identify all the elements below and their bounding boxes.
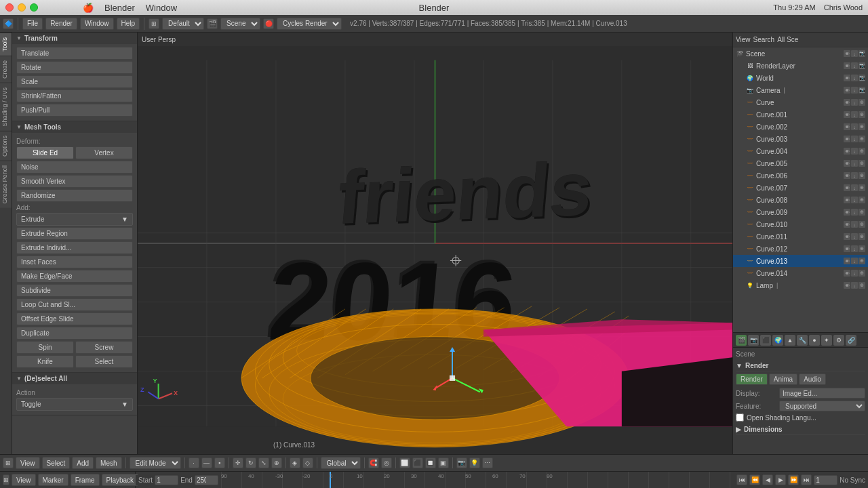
outliner-item-curve008[interactable]: 〰 Curve.008 👁 ↓ ⊕ (733, 194, 868, 206)
cam-c5[interactable]: ⊕ (859, 160, 865, 167)
cam-lamp[interactable]: ⊕ (859, 282, 865, 289)
arr-c2[interactable]: ↓ (851, 123, 858, 130)
arr-c5[interactable]: ↓ (851, 160, 858, 167)
arr-c1[interactable]: ↓ (851, 111, 858, 118)
eye-c10[interactable]: 👁 (844, 221, 850, 228)
arr-c8[interactable]: ↓ (851, 197, 858, 203)
scene-icon[interactable]: 🎬 (207, 18, 218, 29)
extrude-indiv-btn[interactable]: Extrude Individ... (16, 241, 133, 254)
face-select-icon[interactable]: ▪ (214, 458, 225, 468)
scene-3d[interactable]: friends friends friends 2016 2016 (138, 33, 732, 454)
window-menu-main[interactable]: Window (80, 18, 114, 30)
render-section-header[interactable]: ▼ Render (736, 360, 865, 371)
smooth-vertex-btn[interactable]: Smooth Vertex (16, 175, 133, 188)
play-icon[interactable]: ▶ (775, 474, 786, 485)
audio-tab-btn[interactable]: Audio (799, 373, 826, 385)
render-mode-icon1[interactable]: ⬜ (399, 458, 410, 468)
outliner-item-curve[interactable]: 〰 Curve 👁 ↓ ⊕ (733, 96, 868, 108)
view-icon[interactable]: ⊞ (149, 18, 159, 29)
arrow-icon-rl[interactable]: ↓ (851, 62, 858, 69)
extrude-region-btn[interactable]: Extrude Region (16, 227, 133, 240)
snap-icon[interactable]: 🧲 (368, 458, 379, 468)
loop-cut-btn[interactable]: Loop Cut and Sl... (16, 298, 133, 311)
cam-c8[interactable]: ⊕ (859, 197, 865, 203)
outliner-item-curve002[interactable]: 〰 Curve.002 👁 ↓ ⊕ (733, 121, 868, 133)
arr-c11[interactable]: ↓ (851, 233, 858, 240)
outliner-item-curve012[interactable]: 〰 Curve.012 👁 ↓ ⊕ (733, 243, 868, 255)
view-mode-select[interactable]: Default (162, 18, 204, 30)
transform-icon[interactable]: ⊕ (271, 458, 282, 468)
transform-header[interactable]: ▼ Transform (12, 33, 137, 44)
select-menu-btn[interactable]: Select (42, 457, 71, 469)
close-button[interactable] (5, 3, 14, 12)
outliner-item-curve004[interactable]: 〰 Curve.004 👁 ↓ ⊕ (733, 145, 868, 157)
render-prop-icon[interactable]: 📷 (748, 335, 759, 346)
grease-pencil-tab[interactable]: Grease Pencil (0, 161, 12, 208)
next-frame-icon[interactable]: ⏩ (788, 474, 799, 485)
eye-icon-world[interactable]: 👁 (844, 75, 850, 81)
minimize-button[interactable] (18, 3, 26, 12)
push-pull-btn[interactable]: Push/Pull (16, 104, 133, 117)
eye-icon-c0[interactable]: 👁 (844, 99, 850, 106)
material-prop-icon[interactable]: ● (809, 335, 820, 346)
cam-c3[interactable]: ⊕ (859, 136, 865, 142)
eye-c9[interactable]: 👁 (844, 209, 850, 216)
rotate-icon[interactable]: ↻ (245, 458, 256, 468)
timeline-view-btn[interactable]: View (12, 474, 36, 486)
extrude-dropdown-btn[interactable]: Extrude ▼ (16, 213, 133, 226)
cam-c7[interactable]: ⊕ (859, 184, 865, 191)
timeline-ruler[interactable]: 90 40 -30 -20 0 10 20 30 40 50 60 70 80 (221, 472, 734, 488)
outliner-item-curve009[interactable]: 〰 Curve.009 👁 ↓ ⊕ (733, 206, 868, 218)
arr-c6[interactable]: ↓ (851, 172, 858, 179)
eye-c8[interactable]: 👁 (844, 197, 850, 203)
jump-end-icon[interactable]: ⏭ (801, 474, 812, 485)
particle-prop-icon[interactable]: ✦ (821, 335, 832, 346)
cam-c12[interactable]: ⊕ (859, 245, 865, 252)
modifier-prop-icon[interactable]: 🔧 (797, 335, 808, 346)
render-mode-icon3[interactable]: 🔲 (425, 458, 436, 468)
cam-icon-c0[interactable]: ⊕ (859, 99, 865, 106)
arr-c7[interactable]: ↓ (851, 184, 858, 191)
cam-c11[interactable]: ⊕ (859, 233, 865, 240)
viewport-3d[interactable]: User Persp (138, 33, 732, 454)
anim-tab-btn[interactable]: Anima (769, 373, 797, 385)
edge-select-icon[interactable]: — (201, 458, 212, 468)
eye-c6[interactable]: 👁 (844, 172, 850, 179)
outliner-item-curve001[interactable]: 〰 Curve.001 👁 ↓ ⊕ (733, 108, 868, 121)
eye-c7[interactable]: 👁 (844, 184, 850, 191)
start-frame-input[interactable] (155, 475, 178, 485)
world-prop-icon[interactable]: 🌍 (772, 335, 783, 346)
render-engine-icon[interactable]: 🔴 (263, 18, 274, 29)
object-prop-icon[interactable]: ▲ (785, 335, 795, 346)
viewport-type-icon[interactable]: ⊞ (3, 458, 14, 468)
eye-lamp[interactable]: 👁 (844, 282, 850, 289)
eye-c11[interactable]: 👁 (844, 233, 850, 240)
randomize-btn[interactable]: Randomize (16, 189, 133, 202)
cam-c4[interactable]: ⊕ (859, 148, 865, 155)
cam-icon-world[interactable]: 📷 (859, 75, 865, 81)
outliner-item-curve007[interactable]: 〰 Curve.007 👁 ↓ ⊕ (733, 182, 868, 194)
blender-logo-btn[interactable]: 🔷 (3, 18, 14, 29)
arr-lamp[interactable]: ↓ (851, 282, 858, 289)
shrink-fatten-btn[interactable]: Shrink/Fatten (16, 89, 133, 102)
eye-icon-scene[interactable]: 👁 (844, 50, 850, 57)
offset-edge-btn[interactable]: Offset Edge Slide (16, 312, 133, 325)
eye-c4[interactable]: 👁 (844, 148, 850, 155)
cam-c6[interactable]: ⊕ (859, 172, 865, 179)
arrow-icon-scene[interactable]: ↓ (851, 50, 858, 57)
cam-c14[interactable]: ⊕ (859, 270, 865, 277)
all-scenes-label[interactable]: All Sce (777, 36, 798, 43)
cam-c10[interactable]: ⊕ (859, 221, 865, 228)
action-dropdown-btn[interactable]: Toggle ▼ (16, 398, 133, 411)
timeline-marker-btn[interactable]: Marker (38, 474, 68, 486)
arr-c3[interactable]: ↓ (851, 136, 858, 142)
timeline-type-icon[interactable]: ⊞ (3, 474, 9, 485)
arrow-icon-world[interactable]: ↓ (851, 75, 858, 81)
view-menu-btn[interactable]: View (16, 457, 40, 469)
arr-c10[interactable]: ↓ (851, 221, 858, 228)
render-menu[interactable]: Render (45, 18, 77, 30)
eye-c1[interactable]: 👁 (844, 111, 850, 118)
timeline-playback-btn[interactable]: Playback (102, 474, 139, 486)
camera-view-icon[interactable]: 📷 (456, 458, 467, 468)
options-tab[interactable]: Options (0, 131, 12, 161)
